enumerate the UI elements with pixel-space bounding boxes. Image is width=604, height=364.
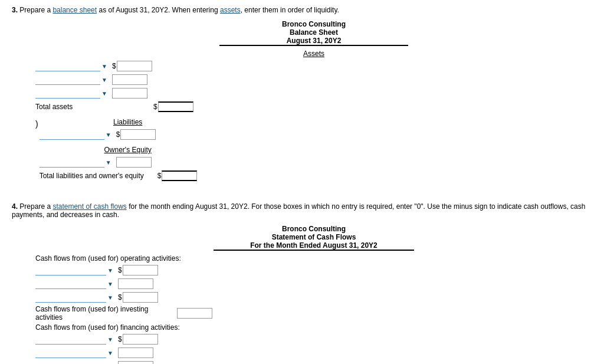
bs-title: Balance Sheet <box>35 28 592 37</box>
fin-dropdown-3[interactable] <box>35 361 106 364</box>
asset-dropdown-3-arrow: ▼ <box>101 90 107 97</box>
fin-dropdown-1-arrow: ▼ <box>107 336 113 343</box>
fin-dropdown-3-cell: ▼ <box>35 361 118 364</box>
total-liab-equity-label: Total liabilities and owner's equity <box>40 172 157 180</box>
op-input-2[interactable] <box>118 278 153 289</box>
liabilities-label: Liabilities <box>40 118 216 126</box>
op-row-1: ▼ $ <box>35 264 592 276</box>
op-dropdown-1-cell: ▼ <box>35 265 118 276</box>
asset-input-2[interactable] <box>112 74 147 85</box>
question-3-instructions: 3. Prepare a balance sheet as of August … <box>12 6 592 14</box>
liability-dropdown-1[interactable] <box>40 129 104 140</box>
investing-label: Cash flows from (used for) investing act… <box>35 305 177 322</box>
total-assets-row: Total assets $ <box>35 101 592 113</box>
net-op-input[interactable] <box>123 292 158 303</box>
fin-dropdown-2-cell: ▼ <box>35 347 118 358</box>
asset-dropdown-1-cell: ▼ <box>35 61 112 71</box>
fin-input-1-cell: $ <box>118 334 158 345</box>
asset-input-2-cell <box>112 74 147 85</box>
liability-dropdown-1-cell: ▼ <box>40 129 116 140</box>
equity-dropdown-1[interactable] <box>40 157 104 168</box>
question-4: 4. Prepare a statement of cash flows for… <box>12 202 592 364</box>
op-input-1[interactable] <box>123 265 158 276</box>
bs-underline <box>219 45 408 46</box>
balance-sheet: Bronco Consulting Balance Sheet August 3… <box>35 20 592 183</box>
fin-dropdown-1[interactable] <box>35 334 106 345</box>
fin-input-3[interactable] <box>118 361 153 364</box>
q3-suffix2: , enter them in order of liquidity. <box>241 6 339 14</box>
assets-label: Assets <box>219 50 408 58</box>
cf-underline <box>214 250 414 251</box>
cf-title: Statement of Cash Flows <box>35 233 592 241</box>
equity-input-1[interactable] <box>116 157 152 168</box>
op-dropdown-1[interactable] <box>35 265 106 276</box>
equity-input-1-cell <box>116 157 152 168</box>
fin-dropdown-2[interactable] <box>35 347 106 358</box>
question-4-instructions: 4. Prepare a statement of cash flows for… <box>12 202 592 219</box>
cf-company: Bronco Consulting <box>35 225 592 233</box>
total-liab-equity-input-cell: $ <box>157 170 198 181</box>
fin-row-2: ▼ <box>35 347 592 359</box>
asset-row-1: ▼ $ <box>35 60 592 72</box>
equity-dropdown-1-cell: ▼ <box>40 157 116 168</box>
fin-row-1: ▼ $ <box>35 333 592 345</box>
asset-dropdown-3-cell: ▼ <box>35 88 112 99</box>
total-assets-input-cell: $ <box>153 101 193 112</box>
op-dropdown-2[interactable] <box>35 278 106 289</box>
q3-number: 3. <box>12 6 18 14</box>
op-dropdown-2-cell: ▼ <box>35 278 118 289</box>
op-dropdown-1-arrow: ▼ <box>107 267 113 274</box>
operating-label: Cash flows from (used for) operating act… <box>35 254 592 263</box>
fin-input-1[interactable] <box>123 334 158 345</box>
cf-header: Bronco Consulting Statement of Cash Flow… <box>35 225 592 251</box>
op-row-2: ▼ <box>35 278 592 290</box>
investing-row: Cash flows from (used for) investing act… <box>35 305 592 322</box>
bs-header: Bronco Consulting Balance Sheet August 3… <box>35 20 592 46</box>
asset-row-3: ▼ <box>35 87 592 99</box>
liability-row-1: ▼ $ <box>40 129 216 140</box>
op-dropdown-3-arrow: ▼ <box>107 294 113 301</box>
liability-dropdown-1-arrow: ▼ <box>106 132 111 138</box>
op-dropdown-2-arrow: ▼ <box>107 281 113 287</box>
asset-dropdown-3[interactable] <box>35 88 100 99</box>
op-row-3: ▼ $ <box>35 291 592 303</box>
fin-input-3-cell <box>118 361 153 364</box>
owners-equity-label: Owner's Equity <box>40 146 216 154</box>
liab-equity-content: Liabilities ▼ $ Owner' <box>40 118 216 183</box>
fin-row-3: ▼ <box>35 360 592 364</box>
asset-input-3[interactable] <box>112 88 147 99</box>
op-input-1-cell: $ <box>118 265 158 276</box>
paren-marker: ) <box>35 119 38 129</box>
liab-equity-section: ) Liabilities ▼ $ <box>35 118 592 183</box>
asset-dropdown-2-cell: ▼ <box>35 74 112 85</box>
asset-input-1-cell: $ <box>112 61 152 71</box>
fin-dropdown-2-arrow: ▼ <box>107 350 113 356</box>
asset-dropdown-1[interactable] <box>35 61 100 71</box>
bs-date: August 31, 20Y2 <box>35 37 592 45</box>
q3-link1: balance sheet <box>52 6 97 14</box>
asset-dropdown-2-arrow: ▼ <box>101 77 107 83</box>
equity-dropdown-1-arrow: ▼ <box>106 159 111 166</box>
question-3: 3. Prepare a balance sheet as of August … <box>12 6 592 183</box>
net-op-input-cell: $ <box>118 292 158 303</box>
asset-input-3-cell <box>112 88 147 99</box>
total-liab-equity-input[interactable] <box>162 170 197 181</box>
asset-row-2: ▼ <box>35 74 592 86</box>
op-dropdown-3-cell: ▼ <box>35 292 118 303</box>
fin-input-2[interactable] <box>118 347 153 358</box>
asset-dropdown-2[interactable] <box>35 74 100 85</box>
op-dropdown-3[interactable] <box>35 292 106 303</box>
equity-row-1: ▼ <box>40 156 216 168</box>
bs-company: Bronco Consulting <box>35 20 592 28</box>
q3-suffix1: as of August 31, 20Y2. When entering <box>97 6 220 14</box>
q3-link2: assets <box>220 6 241 14</box>
investing-input[interactable] <box>177 308 212 319</box>
asset-input-1[interactable] <box>117 61 152 71</box>
liability-input-1[interactable] <box>120 129 156 140</box>
q4-link1: statement of cash flows <box>52 202 126 211</box>
total-assets-input[interactable] <box>158 101 193 112</box>
cash-flow-statement: Bronco Consulting Statement of Cash Flow… <box>35 225 592 364</box>
total-assets-label: Total assets <box>35 103 153 111</box>
q4-number: 4. <box>12 202 18 211</box>
q4-prefix: Prepare a <box>19 202 52 211</box>
